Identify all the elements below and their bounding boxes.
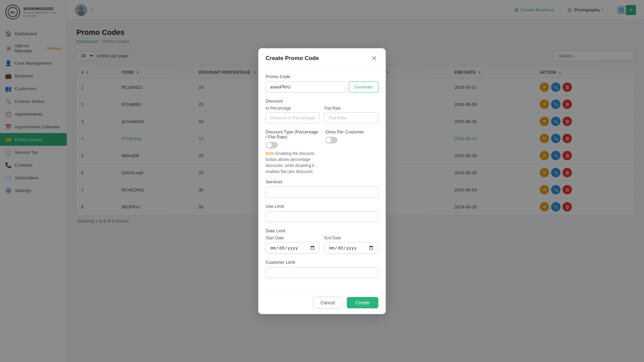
discount-type-label: Discount Type (Percentage / Flat Rate) (266, 129, 319, 139)
date-limit-label: Date Limit (266, 228, 378, 233)
flat-rate-col: Flat Rate (324, 106, 378, 123)
customer-limit-input[interactable] (266, 267, 378, 278)
date-limit-group: Date Limit Start Date End Date (266, 228, 378, 254)
once-per-customer-label: Once Per Customer (325, 129, 378, 134)
modal-overlay: Create Promo Code ✕ Promo Code Generate … (0, 0, 644, 362)
in-percentage-input[interactable] (266, 112, 320, 123)
start-date-input[interactable] (266, 242, 320, 254)
customer-limit-label: Customer Limit (266, 260, 378, 265)
use-limit-group: Use Limit (266, 204, 378, 222)
promo-code-row: Generate (266, 81, 378, 93)
create-button[interactable]: Create (347, 297, 378, 308)
use-limit-label: Use Limit (266, 204, 378, 209)
discount-type-once-row: Discount Type (Percentage / Flat Rate) N… (266, 129, 378, 179)
generate-button[interactable]: Generate (349, 81, 378, 93)
once-per-section: Once Per Customer (325, 129, 378, 175)
promo-code-input[interactable] (266, 81, 346, 93)
services-label: Services (266, 179, 378, 184)
in-percentage-label: In Percenrage (266, 106, 320, 111)
modal-title: Create Promo Code (266, 55, 319, 62)
once-per-toggle-wrap (325, 137, 378, 143)
date-limit-row: Start Date End Date (266, 236, 378, 254)
modal-header: Create Promo Code ✕ (258, 48, 386, 67)
discount-type-section: Discount Type (Percentage / Flat Rate) N… (266, 129, 319, 175)
toggle-knob (326, 137, 331, 143)
discount-row: In Percenrage Flat Rate (266, 106, 378, 123)
modal-body: Promo Code Generate Discount In Percenra… (258, 67, 386, 291)
modal-footer: Cancel Create (258, 291, 386, 314)
end-date-label: End Date (324, 236, 378, 240)
note-text: Note Enabling the discount button allows… (266, 150, 319, 175)
create-promo-modal: Create Promo Code ✕ Promo Code Generate … (258, 48, 386, 314)
discount-type-toggle-wrap (266, 142, 319, 148)
customer-limit-group: Customer Limit (266, 260, 378, 278)
promo-code-group: Promo Code Generate (266, 74, 378, 93)
services-input[interactable] (266, 187, 378, 198)
start-date-label: Start Date (266, 236, 320, 240)
end-date-col: End Date (324, 236, 378, 254)
promo-code-label: Promo Code (266, 74, 378, 79)
discount-label: Discount (266, 99, 378, 104)
toggle-knob (266, 142, 272, 148)
once-per-toggle[interactable] (325, 137, 337, 143)
end-date-input[interactable] (324, 242, 378, 254)
start-date-col: Start Date (266, 236, 320, 254)
flat-rate-input[interactable] (324, 112, 378, 123)
in-percentage-col: In Percenrage (266, 106, 320, 123)
discount-type-toggle[interactable] (266, 142, 278, 148)
flat-rate-label: Flat Rate (324, 106, 378, 111)
use-limit-input[interactable] (266, 211, 378, 222)
cancel-button[interactable]: Cancel (313, 297, 343, 309)
services-group: Services (266, 179, 378, 198)
note-label: Note (266, 151, 275, 156)
discount-group: Discount In Percenrage Flat Rate (266, 99, 378, 123)
modal-close-button[interactable]: ✕ (370, 54, 378, 62)
